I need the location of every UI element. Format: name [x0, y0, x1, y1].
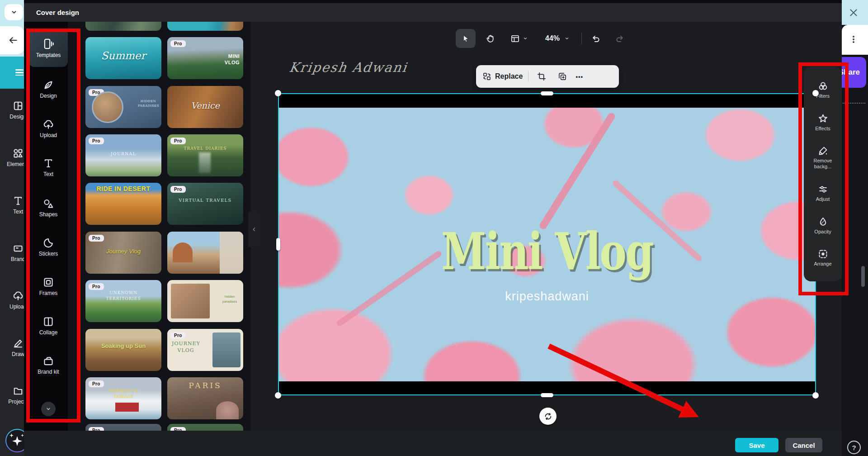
selected-image-frame[interactable]: Mini Vlog kripeshadwani: [278, 93, 816, 395]
sidebar-item-upload-modal[interactable]: Upload: [26, 119, 71, 138]
select-tool-button[interactable]: [456, 29, 476, 48]
template-thumbnail-journey-vlog-street[interactable]: Pro Journey Vlog: [85, 232, 161, 274]
undo-button[interactable]: [586, 29, 605, 48]
sidebar-item-templates[interactable]: Templates: [29, 29, 68, 67]
adjust-icon: [818, 184, 828, 195]
design-icon: [13, 100, 24, 111]
pro-badge: Pro: [89, 427, 104, 431]
effects-button[interactable]: Effects: [806, 114, 840, 132]
template-thumbnail-virtual-travels[interactable]: Pro VIRTUAL TRAVELS: [167, 183, 243, 225]
sidebar-item-frames[interactable]: Frames: [26, 277, 71, 296]
replace-button[interactable]: Replace: [482, 72, 523, 81]
help-button[interactable]: ?: [847, 441, 861, 454]
opacity-button[interactable]: Opacity: [806, 217, 840, 235]
letterbox-top: [279, 94, 815, 108]
text-icon: [13, 195, 24, 206]
collapse-topbar-button[interactable]: [5, 4, 23, 20]
letterbox-bottom: [279, 381, 815, 394]
text-icon: [43, 158, 54, 169]
gallery-collapse-handle[interactable]: [248, 212, 260, 247]
cancel-button[interactable]: Cancel: [785, 438, 822, 452]
template-thumbnail[interactable]: [167, 22, 243, 31]
template-thumbnail-travel-diaries[interactable]: Pro TRAVEL DIARIES: [167, 134, 243, 176]
template-thumbnail-venice[interactable]: Venice: [167, 86, 243, 128]
branch: [538, 112, 617, 231]
chevron-down-icon: [523, 36, 528, 41]
app-canvas-right: [842, 55, 868, 456]
sidebar-item-brand-kit[interactable]: Brand kit: [26, 356, 71, 376]
chevron-down-icon: [45, 406, 52, 412]
back-panel[interactable]: [0, 26, 24, 54]
template-thumbnail-journal[interactable]: Pro JOURNAL: [85, 134, 161, 176]
modal-close-button[interactable]: [848, 7, 859, 18]
cover-image[interactable]: Mini Vlog kripeshadwani: [279, 108, 815, 381]
crop-icon: [537, 72, 546, 81]
arrange-button[interactable]: Arrange: [806, 249, 840, 267]
design-subtitle[interactable]: kripeshadwani: [279, 290, 815, 304]
redo-icon: [615, 34, 624, 43]
template-thumbnail[interactable]: Pro: [85, 424, 161, 431]
template-thumbnail-hidden-paradises[interactable]: Pro HIDDEN PARADISES: [85, 86, 161, 128]
toolbar-divider: [581, 33, 582, 44]
crop-button[interactable]: [534, 69, 549, 84]
template-thumbnail-summer[interactable]: Summer: [85, 37, 161, 79]
draw-icon: [13, 338, 24, 349]
duplicate-icon: [558, 72, 567, 81]
pro-badge: Pro: [89, 380, 104, 387]
more-button[interactable]: •••: [576, 73, 583, 80]
template-thumbnail-weekend-norway[interactable]: Pro WEEKEND IN NORWAY: [85, 377, 161, 419]
resize-handle-bottom-left[interactable]: [275, 392, 281, 399]
scrollbar-thumb[interactable]: [861, 266, 865, 287]
duplicate-button[interactable]: [555, 69, 570, 84]
remove-background-button[interactable]: Remove backg...: [806, 146, 840, 169]
more-options-button[interactable]: [850, 35, 857, 46]
zoom-level-control[interactable]: 44%: [538, 29, 577, 48]
template-thumbnail-mini-vlog[interactable]: Pro MINI VLOG: [167, 37, 243, 79]
resize-handle-top[interactable]: [541, 91, 553, 95]
layout-icon: [510, 34, 520, 43]
watermark-signature: Kripesh Adwani: [288, 60, 409, 75]
layout-tool-button[interactable]: [505, 29, 533, 48]
template-thumbnail-hidden-paradises-polaroid[interactable]: Pro hidden paradises: [167, 280, 243, 322]
resize-handle-bottom-right[interactable]: [812, 392, 819, 399]
template-thumbnail[interactable]: [85, 22, 161, 31]
pro-badge: Pro: [170, 138, 186, 144]
replace-label: Replace: [495, 72, 523, 81]
replace-icon: [482, 72, 491, 81]
filters-button[interactable]: Filters: [806, 81, 840, 99]
cursor-icon: [461, 34, 470, 43]
resize-handle-top-left[interactable]: [275, 90, 281, 96]
sparkle-icon: [21, 434, 24, 437]
context-toolbar: Replace •••: [476, 65, 619, 88]
rotate-icon: [544, 412, 552, 421]
hand-tool-button[interactable]: [480, 29, 500, 48]
help-label: ?: [852, 444, 856, 451]
save-button[interactable]: Save: [735, 438, 778, 452]
adjust-button[interactable]: Adjust: [806, 184, 840, 202]
template-thumbnail[interactable]: Pro: [167, 424, 243, 431]
rotate-button[interactable]: [539, 408, 557, 425]
sidebar-item-text-modal[interactable]: Text: [26, 158, 71, 177]
template-thumbnail-soaking-up-sun[interactable]: Soaking up Sun: [85, 329, 161, 371]
modal-sidebar: Templates Design Upload Text Shapes: [24, 22, 68, 431]
template-thumbnail-unknown-territories[interactable]: Pro UNKNOWN TERRITORIES: [85, 280, 161, 322]
sidebar-scroll-down-button[interactable]: [41, 402, 56, 416]
resize-handle-left[interactable]: [276, 238, 280, 251]
template-thumbnail-ride-in-desert[interactable]: RIDE IN DESERT: [85, 183, 161, 225]
resize-handle-bottom[interactable]: [541, 393, 553, 397]
undo-icon: [591, 34, 601, 43]
menu-button[interactable]: [0, 57, 24, 89]
sidebar-item-stickers[interactable]: Stickers: [26, 238, 71, 257]
template-thumbnail-paris[interactable]: PARIS: [167, 377, 243, 419]
hand-icon: [486, 34, 495, 43]
sidebar-item-collage[interactable]: Collage: [26, 316, 71, 336]
template-thumbnail-florence[interactable]: [167, 232, 243, 274]
sidebar-item-design-modal[interactable]: Design: [26, 80, 71, 99]
design-title[interactable]: Mini Vlog: [333, 222, 762, 281]
resize-handle-top-right[interactable]: [812, 90, 819, 96]
sidebar-item-shapes[interactable]: Shapes: [26, 198, 71, 218]
redo-button[interactable]: [610, 29, 629, 48]
template-thumbnail-journey-vlog-cream[interactable]: Pro JOURNEY VLOG: [167, 329, 243, 371]
modal-header: Cover design: [24, 3, 842, 22]
context-divider: [528, 71, 528, 82]
